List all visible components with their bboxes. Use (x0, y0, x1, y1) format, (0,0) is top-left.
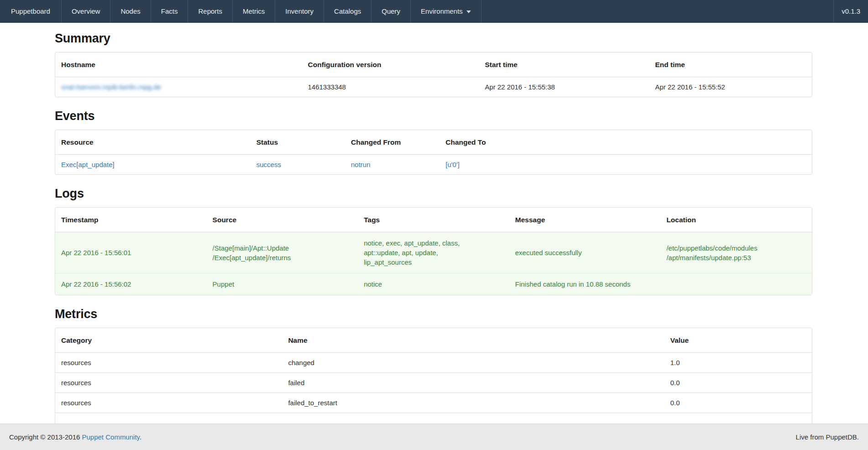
table-row: resources changed 1.0 (55, 353, 812, 373)
cell-name: failed_to_restart (282, 393, 664, 413)
environments-label: Environments (421, 7, 463, 15)
column-header-source: Source (207, 208, 358, 232)
nav-item-inventory[interactable]: Inventory (275, 0, 324, 23)
footer: Copyright © 2013-2016 Puppet Community. … (0, 424, 868, 450)
changed-from-link[interactable]: notrun (351, 161, 371, 168)
logs-panel: Timestamp Source Tags Message Location A… (55, 207, 812, 295)
events-heading: Events (55, 109, 812, 123)
cell-message: Finished catalog run in 10.88 seconds (509, 273, 661, 295)
summary-panel: Hostname Configuration version Start tim… (55, 52, 812, 97)
cell-tags: notice (358, 273, 509, 295)
cell-location (660, 273, 812, 295)
cell-status: success (251, 155, 345, 175)
chevron-down-icon (466, 10, 471, 13)
cell-tags: notice, exec, apt_update, class, apt::up… (358, 232, 509, 273)
column-header-changed-from: Changed From (345, 130, 439, 155)
column-header-timestamp: Timestamp (55, 208, 207, 232)
puppet-community-link[interactable]: Puppet Community (82, 433, 140, 441)
navbar-version: v0.1.3 (833, 0, 868, 23)
events-panel: Resource Status Changed From Changed To … (55, 130, 812, 175)
cell-changed-from: notrun (345, 155, 439, 175)
cell-config-version: 1461333348 (302, 77, 479, 97)
metrics-heading: Metrics (55, 307, 812, 321)
column-header-hostname: Hostname (55, 52, 302, 77)
changed-to-link[interactable]: [u'0'] (445, 161, 460, 168)
copyright-text: Copyright © 2013-2016 (9, 433, 80, 441)
cell-name: changed (282, 353, 664, 373)
column-header-name: Name (282, 328, 664, 353)
column-header-resource: Resource (55, 130, 251, 155)
column-header-start-time: Start time (479, 52, 649, 77)
table-header-row: Timestamp Source Tags Message Location (55, 208, 812, 232)
cell-category: resources (55, 373, 282, 393)
main-content: Summary Hostname Configuration version S… (55, 31, 812, 434)
cell-value: 0.0 (664, 393, 812, 413)
footer-copyright: Copyright © 2013-2016 Puppet Community. (9, 433, 141, 441)
cell-source: Puppet (207, 273, 358, 295)
cell-value: 0.0 (664, 373, 812, 393)
cell-timestamp: Apr 22 2016 - 15:56:02 (55, 273, 207, 295)
copyright-period: . (140, 433, 141, 441)
column-header-status: Status (251, 130, 345, 155)
metrics-section: Metrics Category Name Value resources ch… (55, 307, 812, 434)
hostname-link[interactable]: snat-tservom.mpib-berlin.mpg.de (61, 83, 161, 91)
column-header-category: Category (55, 328, 282, 353)
table-header-row: Resource Status Changed From Changed To (55, 130, 812, 155)
logs-heading: Logs (55, 187, 812, 201)
nav-dropdown-environments[interactable]: Environments (411, 0, 481, 23)
logs-table: Timestamp Source Tags Message Location A… (55, 208, 812, 295)
cell-start-time: Apr 22 2016 - 15:55:38 (479, 77, 649, 97)
events-section: Events Resource Status Changed From Chan… (55, 109, 812, 175)
logs-section: Logs Timestamp Source Tags Message Locat… (55, 187, 812, 295)
nav-item-reports[interactable]: Reports (188, 0, 233, 23)
resource-link[interactable]: Exec[apt_update] (61, 161, 115, 168)
table-row: resources failed 0.0 (55, 373, 812, 393)
table-header-row: Hostname Configuration version Start tim… (55, 52, 812, 77)
column-header-config-version: Configuration version (302, 52, 479, 77)
nav-item-catalogs[interactable]: Catalogs (324, 0, 371, 23)
navbar-brand[interactable]: Puppetboard (0, 0, 62, 23)
events-table: Resource Status Changed From Changed To … (55, 130, 812, 174)
nav-item-metrics[interactable]: Metrics (233, 0, 275, 23)
table-row: snat-tservom.mpib-berlin.mpg.de 14613333… (55, 77, 812, 97)
cell-name: failed (282, 373, 664, 393)
metrics-table: Category Name Value resources changed 1.… (55, 328, 812, 433)
nav-item-query[interactable]: Query (371, 0, 411, 23)
navbar: Puppetboard Overview Nodes Facts Reports… (0, 0, 868, 23)
cell-hostname: snat-tservom.mpib-berlin.mpg.de (55, 77, 302, 97)
table-row: Exec[apt_update] success notrun [u'0'] (55, 155, 812, 175)
cell-source: /Stage[main]/Apt::Update /Exec[apt_updat… (207, 232, 358, 273)
nav-item-nodes[interactable]: Nodes (110, 0, 151, 23)
cell-end-time: Apr 22 2016 - 15:55:52 (649, 77, 812, 97)
cell-changed-to: [u'0'] (439, 155, 812, 175)
status-link[interactable]: success (256, 161, 281, 168)
cell-message: executed successfully (509, 232, 661, 273)
summary-section: Summary Hostname Configuration version S… (55, 31, 812, 97)
nav-item-overview[interactable]: Overview (62, 0, 111, 23)
summary-table: Hostname Configuration version Start tim… (55, 52, 812, 97)
table-row: Apr 22 2016 - 15:56:02 Puppet notice Fin… (55, 273, 812, 295)
summary-heading: Summary (55, 31, 812, 46)
cell-location: /etc/puppetlabs/code/modules /apt/manife… (660, 232, 812, 273)
cell-timestamp: Apr 22 2016 - 15:56:01 (55, 232, 207, 273)
navbar-spacer (481, 0, 833, 23)
cell-category: resources (55, 353, 282, 373)
cell-resource: Exec[apt_update] (55, 155, 251, 175)
column-header-value: Value (664, 328, 812, 353)
table-header-row: Category Name Value (55, 328, 812, 353)
table-row: resources failed_to_restart 0.0 (55, 393, 812, 413)
column-header-location: Location (660, 208, 812, 232)
column-header-changed-to: Changed To (439, 130, 812, 155)
column-header-tags: Tags (358, 208, 509, 232)
footer-source-text: Live from PuppetDB. (796, 433, 859, 441)
table-row: Apr 22 2016 - 15:56:01 /Stage[main]/Apt:… (55, 232, 812, 273)
column-header-message: Message (509, 208, 661, 232)
metrics-panel: Category Name Value resources changed 1.… (55, 328, 812, 434)
nav-item-facts[interactable]: Facts (151, 0, 188, 23)
cell-category: resources (55, 393, 282, 413)
cell-value: 1.0 (664, 353, 812, 373)
column-header-end-time: End time (649, 52, 812, 77)
